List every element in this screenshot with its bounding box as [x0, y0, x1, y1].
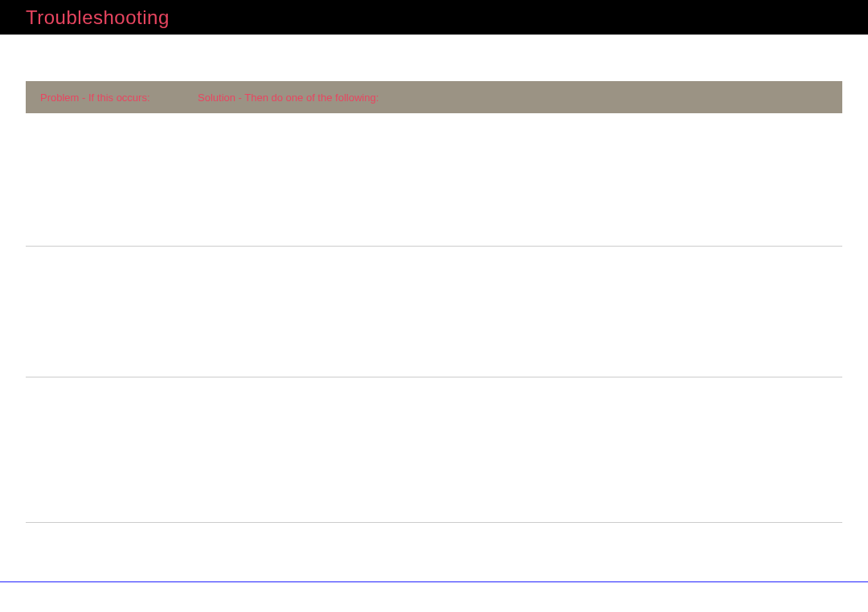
table-row [26, 113, 842, 247]
footer-divider [0, 581, 868, 582]
page-header: Troubleshooting [0, 0, 868, 35]
table-header-row: Problem - If this occurs: Solution - The… [26, 81, 842, 113]
table-row [26, 377, 842, 523]
column-header-solution: Solution - Then do one of the following: [198, 92, 379, 104]
column-header-problem: Problem - If this occurs: [40, 92, 198, 104]
table-row [26, 247, 842, 377]
page-title: Troubleshooting [26, 6, 170, 29]
content-area: Problem - If this occurs: Solution - The… [0, 35, 868, 523]
